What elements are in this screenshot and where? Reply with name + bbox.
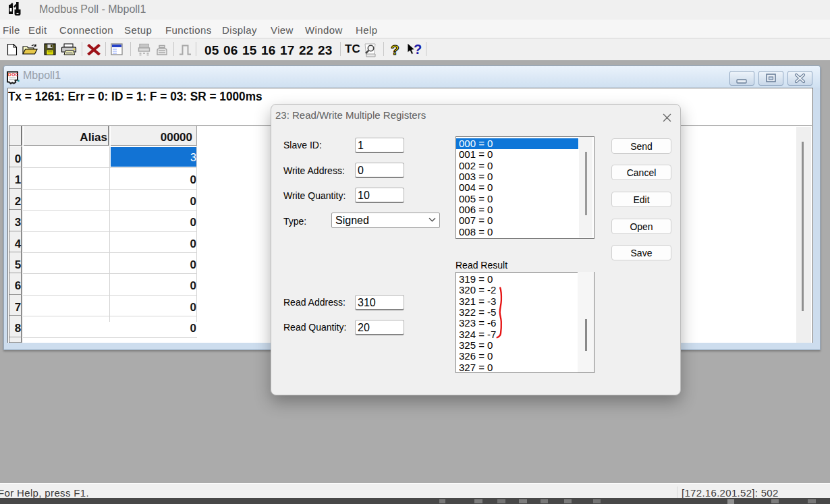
svg-text:DOC: DOC bbox=[8, 72, 19, 77]
svg-text:?: ? bbox=[391, 43, 399, 57]
